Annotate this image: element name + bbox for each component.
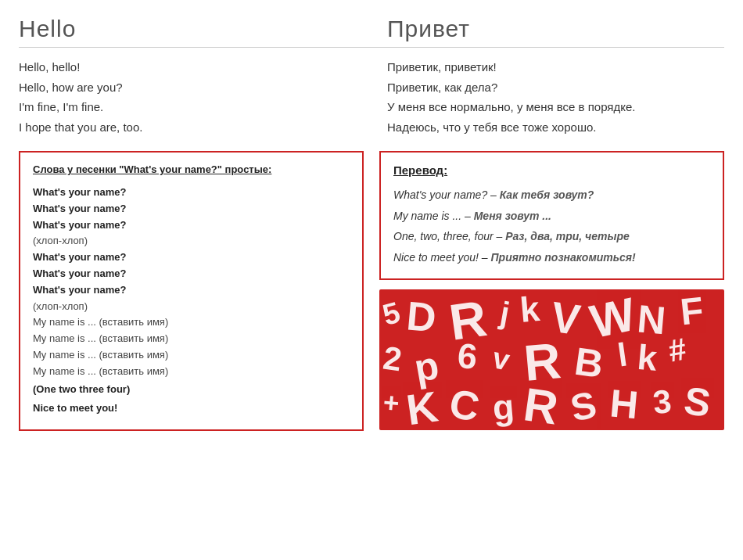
header-left: Hello — [19, 16, 372, 48]
decorative-letter: 5 — [379, 296, 404, 332]
translation-line: One, two, three, four – Раз, два, три, ч… — [393, 226, 710, 247]
lyric-line: What's your name? — [33, 217, 350, 234]
main-layout: Hello Привет Hello, hello!Hello, how are… — [19, 16, 724, 148]
decorative-letter: 2 — [381, 339, 404, 379]
lyric-line: What's your name? — [33, 249, 350, 266]
decorative-letter: j — [497, 296, 512, 332]
lyric-line: (хлоп-хлоп) — [33, 299, 350, 315]
lyric-line: What's your name? — [33, 266, 350, 282]
decorative-letter: k — [636, 337, 659, 379]
header-right: Привет — [372, 16, 724, 48]
lyric-line: Nice to meet you! — [33, 399, 350, 418]
poem-line-ru: У меня все нормально, у меня все в поряд… — [387, 97, 724, 117]
title-hello: Hello — [19, 16, 76, 41]
decorative-letter: H — [608, 381, 641, 429]
decorative-letter: v — [490, 342, 513, 378]
lyric-lines-container: What's your name?What's your name?What's… — [33, 185, 350, 418]
letters-image: 5DRjkVWNF2p6vRBlk#+KCgRSH3S — [379, 289, 724, 430]
translation-line: My name is ... – Меня зовут ... — [393, 206, 710, 227]
decorative-letter: 3 — [651, 382, 673, 422]
poem-line-ru: Надеюсь, что у тебя все тоже хорошо. — [387, 117, 724, 138]
translation-russian: Как тебя зовут? — [500, 188, 594, 201]
translation-lines-container: What's your name? – Как тебя зовут?My na… — [393, 185, 710, 267]
decorative-letter: # — [666, 332, 689, 369]
poem-line-en: Hello, how are you? — [19, 77, 356, 98]
lyric-line: My name is ... (вставить имя) — [33, 331, 350, 347]
poem-line-en: I'm fine, I'm fine. — [19, 97, 356, 117]
decorative-letter: + — [382, 387, 400, 420]
decorative-letter: S — [681, 378, 713, 426]
decorative-letter: g — [491, 386, 516, 429]
decorative-letter: S — [567, 383, 601, 430]
translation-line: What's your name? – Как тебя зовут? — [393, 185, 710, 206]
poem-line-en: Hello, hello! — [19, 57, 356, 77]
decorative-letter: R — [520, 378, 562, 431]
lyric-line: What's your name? — [33, 282, 350, 299]
decorative-letter: B — [572, 339, 606, 387]
poem-left: Hello, hello!Hello, how are you?I'm fine… — [19, 57, 372, 148]
lyric-line: (One two three four) — [33, 380, 350, 400]
translation-title: Перевод: — [393, 163, 710, 177]
right-box: Перевод: What's your name? – Как тебя зо… — [379, 151, 724, 280]
translation-line: Nice to meet you! – Приятно познакомитьс… — [393, 247, 710, 268]
decorative-letter: D — [404, 293, 438, 342]
decorative-letter: k — [519, 289, 541, 331]
translation-russian: Меня зовут ... — [474, 210, 551, 222]
lyric-line: (хлоп-хлоп) — [33, 233, 350, 249]
right-column: Перевод: What's your name? – Как тебя зо… — [372, 151, 724, 431]
lyric-line: My name is ... (вставить имя) — [33, 364, 350, 380]
lyric-line: My name is ... (вставить имя) — [33, 347, 350, 364]
poem-line-ru: Приветик, приветик! — [387, 57, 724, 77]
lyric-line: What's your name? — [33, 201, 350, 217]
translation-russian: Приятно познакомиться! — [491, 251, 636, 264]
title-privet: Привет — [387, 16, 470, 41]
poem-line-en: I hope that you are, too. — [19, 117, 356, 138]
left-box-title: Слова у песенки "What's your name?" прос… — [33, 163, 350, 175]
decorative-letter: F — [678, 289, 705, 333]
decorative-letter: 6 — [456, 336, 479, 378]
left-box: Слова у песенки "What's your name?" прос… — [19, 151, 364, 431]
lyric-line: My name is ... (вставить имя) — [33, 314, 350, 331]
bottom-layout: Слова у песенки "What's your name?" прос… — [19, 151, 724, 431]
poem-line-ru: Приветик, как дела? — [387, 77, 724, 98]
lyric-line: What's your name? — [33, 185, 350, 201]
translation-russian: Раз, два, три, четыре — [505, 230, 630, 242]
decorative-letter: C — [446, 380, 483, 431]
decorative-letter: K — [404, 382, 441, 430]
poem-right: Приветик, приветик!Приветик, как дела?У … — [372, 57, 724, 148]
